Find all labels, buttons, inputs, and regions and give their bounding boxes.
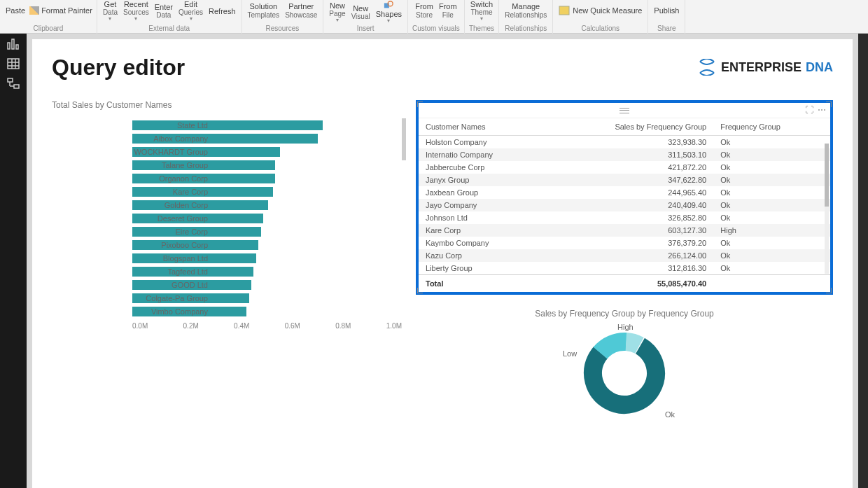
bar-row[interactable]: Eire Corp xyxy=(132,225,395,238)
bar-label: Colgate-Pa Group xyxy=(134,294,211,302)
group-label-share: Share xyxy=(657,25,676,34)
scrollbar-thumb[interactable] xyxy=(825,144,829,207)
table-row[interactable]: Jabbercube Corp421,872.20Ok xyxy=(419,161,830,174)
publish-button[interactable]: Publish xyxy=(652,6,680,15)
enter-data-button[interactable]: EnterData xyxy=(153,3,174,19)
donut-chart-title: Sales by Frequency Group by Frequency Gr… xyxy=(416,309,833,319)
donut-chart-visual[interactable]: Sales by Frequency Group by Frequency Gr… xyxy=(416,309,833,423)
bar-row[interactable]: Vimbo Company xyxy=(132,305,395,318)
bar-row[interactable]: Pixoboo Corp xyxy=(132,238,395,251)
ribbon: Paste Format Painter Clipboard GetData R… xyxy=(0,0,868,34)
get-data-button[interactable]: GetData xyxy=(102,0,119,22)
new-page-button[interactable]: NewPage xyxy=(328,1,346,24)
bar-row[interactable]: Colgate-Pa Group xyxy=(132,291,395,305)
report-page[interactable]: Query editor ENTERPRISE DNA Total Sales … xyxy=(32,39,853,488)
bar-label: WOCKHARDT Group xyxy=(134,148,211,156)
group-label-insert: Insert xyxy=(357,25,374,34)
focus-mode-icon[interactable]: ⛶ xyxy=(805,105,813,115)
bar-label: Vimbo Company xyxy=(134,307,211,316)
table-row[interactable]: Holston Company323,938.30Ok xyxy=(419,136,830,149)
bar-row[interactable]: Deseret Group xyxy=(132,211,395,225)
brand-logo: ENTERPRISE DNA xyxy=(697,59,833,76)
col-header[interactable]: Frequency Group xyxy=(713,118,830,136)
bar-row[interactable]: Golden Corp xyxy=(132,198,395,211)
bar-label: State Ltd xyxy=(134,121,211,130)
donut-chart xyxy=(568,323,680,421)
table-visual-selected[interactable]: ⛶ ⋯ Customer Names Sales by Frequency Gr… xyxy=(416,100,833,295)
edit-queries-button[interactable]: EditQueries xyxy=(177,0,204,22)
dna-icon xyxy=(697,59,717,76)
shapes-button[interactable]: Shapes xyxy=(374,0,403,25)
bar-chart-title: Total Sales by Customer Names xyxy=(52,100,402,110)
table-row[interactable]: Janyx Group347,622.80Ok xyxy=(419,174,830,186)
partner-showcase-button[interactable]: PartnerShowcase xyxy=(284,2,318,18)
table-row[interactable]: Kare Corp603,127.30High xyxy=(419,224,830,237)
recent-sources-button[interactable]: RecentSources xyxy=(122,0,150,22)
new-quick-measure-button[interactable]: New Quick Measure xyxy=(557,6,643,15)
canvas: Query editor ENTERPRISE DNA Total Sales … xyxy=(27,34,858,488)
bar-row[interactable]: WOCKHARDT Group xyxy=(132,145,395,158)
donut-label: Ok xyxy=(665,410,675,419)
bar-label: Eire Corp xyxy=(134,228,211,236)
bar-row[interactable]: Blogspan Ltd xyxy=(132,251,395,265)
right-panel-collapsed[interactable] xyxy=(858,34,868,488)
col-header[interactable]: Customer Names xyxy=(419,118,547,136)
svg-rect-12 xyxy=(14,85,19,88)
switch-theme-button[interactable]: SwitchTheme xyxy=(469,0,494,22)
bar-row[interactable]: GOOD Ltd xyxy=(132,278,395,291)
bar-label: Tagfeed Ltd xyxy=(134,267,211,276)
table-row[interactable]: Jaxbean Group244,965.40Ok xyxy=(419,186,830,199)
manage-relationships-button[interactable]: ManageRelationships xyxy=(503,2,548,18)
table-row[interactable]: Internatio Company311,503.10Ok xyxy=(419,148,830,161)
bar-label: Blogspan Ltd xyxy=(134,254,211,263)
scrollbar-track[interactable] xyxy=(825,144,829,274)
bar-row[interactable]: Organon Corp xyxy=(132,172,395,185)
table-row[interactable]: Kazu Corp266,124.00Ok xyxy=(419,249,830,262)
col-header[interactable]: Sales by Frequency Group xyxy=(547,118,713,136)
bar-row[interactable]: Talane Group xyxy=(132,158,395,172)
measure-icon xyxy=(559,6,570,15)
format-painter-button[interactable]: Format Painter xyxy=(29,6,92,15)
total-label: Total xyxy=(419,275,547,293)
model-view-icon[interactable] xyxy=(6,77,20,90)
solution-templates-button[interactable]: SolutionTemplates xyxy=(246,2,281,18)
more-options-icon[interactable]: ⋯ xyxy=(818,105,826,115)
bar-row[interactable]: Aibox Company xyxy=(132,132,395,145)
from-store-button[interactable]: FromStore xyxy=(414,2,435,18)
bar-row[interactable]: State Ltd xyxy=(132,118,395,132)
visual-header[interactable]: ⛶ ⋯ xyxy=(419,103,830,118)
bar-row[interactable]: Kare Corp xyxy=(132,185,395,198)
group-label-custom: Custom visuals xyxy=(412,25,460,34)
svg-rect-3 xyxy=(8,43,10,49)
bar-chart-visual[interactable]: Total Sales by Customer Names State LtdA… xyxy=(52,100,402,423)
bar-chart-xaxis: 0.0M0.2M0.4M0.6M0.8M1.0M xyxy=(132,322,402,330)
bar-label: GOOD Ltd xyxy=(134,281,211,289)
left-nav xyxy=(0,34,27,488)
group-label-external: External data xyxy=(148,25,190,34)
group-label-relationships: Relationships xyxy=(505,25,547,34)
table-row[interactable]: Kaymbo Company376,379.20Ok xyxy=(419,237,830,249)
svg-rect-6 xyxy=(8,59,19,69)
shapes-icon xyxy=(384,0,393,10)
bar-label: Kare Corp xyxy=(134,188,211,196)
svg-rect-11 xyxy=(8,78,13,82)
table-row[interactable]: Jayo Company240,409.40Ok xyxy=(419,199,830,211)
data-view-icon[interactable] xyxy=(6,57,20,70)
drag-grip-icon[interactable] xyxy=(620,108,629,113)
data-table: Customer Names Sales by Frequency Group … xyxy=(419,118,830,292)
scrollbar-vertical[interactable] xyxy=(402,118,406,160)
new-visual-button[interactable]: NewVisual xyxy=(350,4,372,20)
total-value: 55,085,470.40 xyxy=(547,275,713,293)
bar-label: Organon Corp xyxy=(134,174,211,183)
bar-row[interactable]: Tagfeed Ltd xyxy=(132,265,395,278)
group-label-clipboard: Clipboard xyxy=(34,25,64,34)
table-row[interactable]: Liberty Group312,816.30Ok xyxy=(419,262,830,275)
table-row[interactable]: Johnson Ltd326,852.80Ok xyxy=(419,211,830,224)
svg-rect-5 xyxy=(16,45,18,49)
refresh-button[interactable]: Refresh xyxy=(207,7,237,15)
paste-button[interactable]: Paste xyxy=(4,6,27,15)
from-file-button[interactable]: FromFile xyxy=(438,2,458,18)
group-label-resources: Resources xyxy=(266,25,300,34)
report-view-icon[interactable] xyxy=(6,38,20,50)
group-label-calculations: Calculations xyxy=(582,25,620,34)
